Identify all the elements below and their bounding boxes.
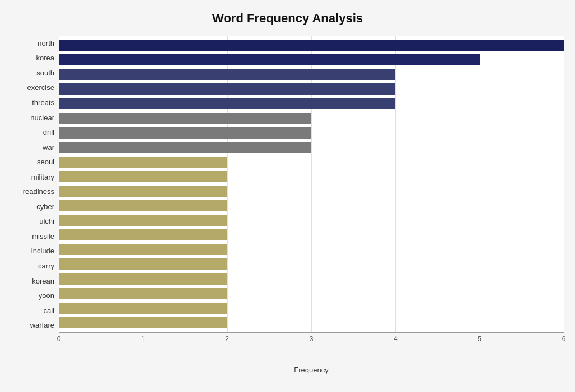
- y-label: south: [36, 66, 54, 79]
- bar: [59, 317, 227, 328]
- grid-line: [564, 36, 564, 332]
- bar-row: [59, 316, 564, 329]
- y-label: warfare: [30, 319, 54, 332]
- bar: [59, 157, 227, 168]
- y-label: readiness: [23, 185, 54, 199]
- y-label: war: [43, 140, 54, 154]
- bar-row: [59, 287, 564, 300]
- bar: [59, 40, 564, 51]
- bar: [59, 244, 227, 255]
- bar-row: [59, 68, 564, 81]
- x-tick: 3: [310, 335, 314, 343]
- bar: [59, 288, 227, 299]
- bar-row: [59, 53, 564, 67]
- bar: [59, 54, 480, 65]
- y-label: nuclear: [30, 111, 54, 124]
- y-label: yoon: [39, 289, 54, 303]
- bar-row: [59, 243, 564, 256]
- x-axis-label: Frequency: [294, 366, 328, 374]
- y-label: north: [38, 36, 54, 50]
- x-tick: 1: [141, 335, 145, 343]
- bar-row: [59, 39, 564, 52]
- x-tick: 0: [57, 335, 61, 343]
- y-label: cyber: [36, 200, 54, 213]
- bar-row: [59, 112, 564, 125]
- y-label: drill: [43, 126, 54, 139]
- bar-row: [59, 257, 564, 271]
- bar: [59, 171, 227, 182]
- bar: [59, 113, 311, 124]
- y-label: carry: [38, 259, 54, 272]
- bar-row: [59, 301, 564, 315]
- bar: [59, 98, 395, 109]
- y-label: korea: [36, 51, 54, 65]
- y-label: include: [31, 244, 54, 258]
- x-tick: 6: [562, 335, 566, 343]
- bar: [59, 69, 395, 80]
- bar-row: [59, 272, 564, 286]
- chart-title: Word Frequency Analysis: [11, 11, 564, 26]
- y-label: seoul: [37, 155, 54, 169]
- bars-container: [59, 36, 564, 332]
- plot-area: Frequency 0123456: [59, 36, 564, 350]
- bar-row: [59, 214, 564, 227]
- y-axis: northkoreasouthexercisethreatsnucleardri…: [11, 36, 59, 350]
- x-tick: 5: [478, 335, 481, 343]
- bar: [59, 186, 227, 197]
- y-label: missile: [32, 229, 54, 243]
- bar-row: [59, 185, 564, 198]
- bar-row: [59, 228, 564, 242]
- bar: [59, 303, 227, 314]
- chart-container: Word Frequency Analysis northkoreasouthe…: [0, 0, 575, 392]
- y-label: exercise: [27, 81, 54, 95]
- bar-row: [59, 155, 564, 169]
- x-axis: Frequency 0123456: [59, 333, 564, 350]
- bar: [59, 127, 311, 139]
- x-tick: 2: [225, 335, 229, 343]
- y-label: korean: [32, 274, 54, 287]
- bar-row: [59, 97, 564, 110]
- bar-row: [59, 170, 564, 183]
- y-label: call: [43, 304, 54, 317]
- bar: [59, 273, 227, 285]
- x-tick: 4: [394, 335, 398, 343]
- bar-row: [59, 82, 564, 96]
- y-label: ulchi: [39, 215, 54, 228]
- bar-row: [59, 199, 564, 212]
- bar: [59, 229, 227, 240]
- chart-area: northkoreasouthexercisethreatsnucleardri…: [11, 36, 564, 350]
- bar: [59, 258, 227, 270]
- bar: [59, 142, 311, 153]
- bar: [59, 200, 227, 211]
- bar: [59, 215, 227, 226]
- bar-row: [59, 126, 564, 140]
- bar: [59, 83, 395, 95]
- y-label: military: [31, 170, 54, 183]
- bar-row: [59, 141, 564, 154]
- y-label: threats: [32, 96, 54, 109]
